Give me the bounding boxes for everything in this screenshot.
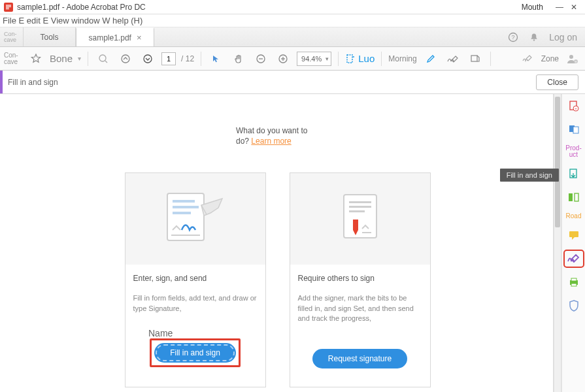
minimize-button[interactable]: — (552, 3, 567, 12)
fill-and-sign-button[interactable]: Fill in and sign (154, 343, 236, 363)
page-down-icon[interactable] (139, 50, 156, 68)
window-title: sample1.pdf - Adobe Acrobat Pro DC (17, 3, 146, 12)
svg-point-2 (533, 39, 535, 41)
fill-sign-tooltip: Fill in and sign (500, 169, 559, 182)
rail-road-label[interactable]: Road (566, 213, 582, 220)
rail-product-label[interactable]: Prod- uct (565, 145, 581, 158)
rail-create-pdf-icon[interactable]: + (565, 98, 583, 114)
close-window-button[interactable]: ✕ (567, 3, 581, 12)
page-number-input[interactable] (161, 52, 176, 65)
zone-label[interactable]: Zone (541, 54, 559, 63)
fill-sign-bar: Fill in and sign Close (0, 71, 585, 94)
user-tool-icon[interactable]: + (564, 50, 581, 68)
card-fill-sign-title: Enter, sign, and send (133, 274, 258, 283)
morning-tool[interactable]: Morning (388, 54, 416, 63)
zoom-level-select[interactable]: 94.4% (297, 52, 331, 66)
card-request-desc: Add the signer, mark the bits to be fill… (298, 293, 422, 323)
tab-home[interactable]: Con- cave (0, 27, 24, 46)
card-fill-sign-desc: Fill in form fields, add text, and draw … (133, 293, 258, 314)
svg-rect-25 (349, 210, 365, 212)
help-icon[interactable]: ? (507, 31, 519, 43)
fill-sign-label: Fill in and sign (3, 78, 58, 87)
svg-text:+: + (575, 106, 577, 110)
svg-rect-35 (569, 231, 578, 237)
svg-rect-22 (344, 195, 376, 238)
tab-document-label: sample1.pdf (89, 33, 131, 42)
scrollbar-thumb[interactable] (555, 97, 560, 227)
svg-rect-31 (573, 127, 578, 133)
main-toolbar: Con-cave Bone ▾ / 12 94.4% Luo Morning Z… (0, 47, 585, 71)
fill-sign-close-button[interactable]: Close (536, 74, 578, 90)
rail-comment-icon[interactable] (565, 227, 583, 243)
titlebar-label: Mouth (522, 3, 543, 12)
svg-line-4 (105, 61, 107, 63)
svg-rect-33 (569, 193, 573, 201)
rail-fill-sign-icon[interactable] (565, 251, 583, 267)
tab-document-active[interactable]: sample1.pdf × (76, 27, 154, 46)
luo-tool[interactable]: Luo (345, 50, 375, 68)
svg-rect-12 (347, 55, 352, 63)
zoom-in-icon[interactable] (275, 50, 292, 68)
svg-point-5 (122, 55, 129, 63)
tab-strip: Con- cave Tools sample1.pdf × ? Log on (0, 27, 585, 47)
notifications-icon[interactable] (528, 31, 540, 43)
rail-name-label: Name (148, 328, 439, 338)
page-total-label: / 12 (181, 54, 194, 63)
document-canvas[interactable]: What do you want to do? Learn more (2, 94, 554, 392)
bone-label[interactable]: Bone (50, 53, 73, 64)
rail-export-pdf-icon[interactable] (565, 166, 583, 182)
vertical-scrollbar[interactable] (554, 94, 561, 392)
menubar[interactable]: File E edit E View window W help (H) (0, 14, 585, 27)
star-icon[interactable] (27, 50, 44, 68)
card-request-signature: Require others to sign Add the signer, m… (290, 172, 431, 387)
zoom-out-alt-icon[interactable] (95, 50, 112, 68)
morning-pen-icon[interactable] (422, 50, 439, 68)
stamp-tool-icon[interactable] (467, 50, 484, 68)
rail-edit-pdf-icon[interactable] (565, 122, 583, 137)
page-up-icon[interactable] (117, 50, 134, 68)
tab-close-icon[interactable]: × (137, 33, 142, 42)
rail-protect-icon[interactable] (565, 298, 583, 314)
card-fill-sign-illustration (125, 173, 265, 265)
svg-text:?: ? (512, 34, 515, 41)
card-fill-sign-highlight: Fill in and sign (150, 338, 241, 367)
hand-tool-icon[interactable] (230, 50, 247, 68)
request-signature-button[interactable]: Request signature (312, 349, 407, 368)
svg-rect-20 (173, 212, 191, 214)
svg-rect-18 (173, 200, 195, 203)
rail-organize-icon[interactable] (565, 189, 583, 205)
log-on-link[interactable]: Log on (549, 32, 577, 42)
svg-point-6 (144, 55, 152, 63)
svg-rect-24 (349, 206, 371, 208)
sign-tool-icon[interactable] (519, 50, 536, 68)
acrobat-app-icon (4, 3, 13, 12)
rail-print-icon[interactable] (565, 274, 583, 290)
svg-rect-23 (349, 201, 371, 203)
svg-point-3 (99, 55, 106, 61)
zoom-out-icon[interactable] (252, 50, 269, 68)
svg-text:+: + (575, 59, 577, 63)
svg-rect-19 (173, 206, 199, 208)
svg-point-14 (569, 55, 573, 59)
main-area: What do you want to do? Learn more (2, 94, 585, 392)
prompt-text: What do you want to do? Learn more (236, 125, 308, 146)
menubar-text[interactable]: File E edit E View window W help (H) (3, 16, 142, 25)
card-request-illustration (290, 173, 430, 265)
signature-tool-icon[interactable] (444, 50, 461, 68)
learn-more-link[interactable]: Learn more (251, 137, 291, 146)
save-button[interactable]: Con-cave (4, 52, 22, 65)
window-titlebar: sample1.pdf - Adobe Acrobat Pro DC Mouth… (0, 0, 585, 14)
tab-tools[interactable]: Tools (24, 27, 76, 46)
svg-rect-34 (575, 193, 578, 201)
svg-rect-13 (471, 56, 477, 61)
card-request-title: Require others to sign (298, 274, 422, 283)
right-tool-rail: + Prod- uct Road (561, 94, 585, 392)
svg-rect-37 (571, 278, 577, 281)
selection-tool-icon[interactable] (208, 50, 225, 68)
card-fill-sign: Enter, sign, and send Fill in form field… (125, 172, 266, 387)
svg-rect-38 (571, 284, 577, 286)
